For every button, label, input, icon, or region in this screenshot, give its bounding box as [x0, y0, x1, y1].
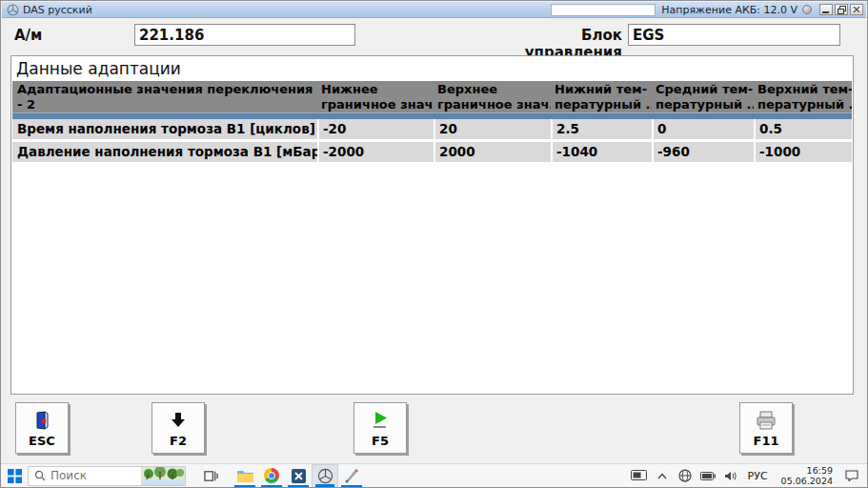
vehicle-ecu-bar: А/м 221.186 Блок управления EGS — [1, 24, 867, 47]
row-parameter-name: Время наполнения тормоза В1 [циклов] — [12, 119, 317, 139]
globe-icon — [678, 469, 692, 482]
mercedes-star-icon — [7, 4, 19, 16]
taskbar-clock[interactable]: 16:59 05.06.2024 — [776, 465, 838, 486]
paint-brush-icon — [344, 468, 359, 483]
column-header-lower-limit: Нижнее граничное знач... — [317, 82, 434, 112]
f5-label: F5 — [372, 434, 389, 448]
search-icon — [34, 470, 46, 481]
page-title: Данные адаптации — [11, 56, 853, 81]
restore-icon — [838, 6, 846, 14]
chrome-icon — [264, 468, 279, 483]
clock-time: 16:59 — [781, 465, 833, 476]
search-highlight-image[interactable] — [141, 466, 185, 486]
speaker-icon — [724, 471, 737, 481]
action-center-button[interactable] — [842, 464, 861, 488]
row-cell: -1040 — [551, 142, 652, 162]
chrome-button[interactable] — [258, 464, 285, 488]
minimize-button[interactable] — [819, 4, 833, 15]
row-cell: 0.5 — [754, 119, 852, 139]
adaptation-panel: Данные адаптации Адаптационные значения … — [10, 55, 854, 395]
language-indicator[interactable]: РУС — [744, 470, 772, 482]
row-cell: 2000 — [434, 142, 551, 162]
titlebar-field — [551, 4, 656, 16]
excel-icon — [292, 469, 306, 483]
column-header-parameter: Адаптационные значения переключения 3 - … — [12, 82, 317, 112]
start-button[interactable] — [1, 464, 28, 488]
f2-label: F2 — [170, 434, 187, 448]
control-unit-field[interactable]: EGS — [628, 24, 840, 46]
battery-voltage-status: Напряжение АКБ: 12.0 V — [661, 4, 797, 16]
windows-logo-icon — [8, 469, 22, 483]
paint-app-button[interactable] — [338, 464, 365, 488]
restore-button[interactable] — [835, 4, 848, 15]
clock-date: 05.06.2024 — [781, 476, 833, 486]
row-cell: -960 — [652, 142, 754, 162]
f11-button[interactable]: F11 — [739, 402, 793, 454]
chevron-up-icon — [657, 473, 667, 479]
display-tray-button[interactable] — [630, 464, 649, 488]
f11-label: F11 — [754, 434, 779, 448]
arrow-down-icon — [170, 411, 187, 428]
display-icon — [631, 470, 647, 482]
close-icon — [853, 6, 860, 13]
column-header-middle-temp: Средний тем- пературный ... — [652, 82, 754, 112]
function-key-bar: ESC F2 F5 F11 — [1, 402, 868, 458]
esc-button[interactable]: ESC — [15, 402, 69, 454]
file-explorer-button[interactable] — [232, 464, 258, 488]
window-title: DAS русский — [23, 4, 92, 16]
excel-button[interactable] — [285, 464, 312, 488]
notification-icon — [845, 470, 858, 481]
row-cell: 0 — [652, 119, 754, 139]
mercedes-star-icon — [317, 468, 333, 484]
titlebar: DAS русский Напряжение АКБ: 12.0 V — [2, 2, 866, 18]
esc-label: ESC — [29, 434, 55, 448]
network-tray-button[interactable] — [676, 464, 695, 488]
search-input[interactable] — [50, 469, 132, 482]
row-cell: -20 — [317, 119, 434, 139]
row-cell: 20 — [434, 119, 551, 139]
f5-button[interactable]: F5 — [353, 402, 407, 454]
column-header-lower-temp: Нижний тем- пературный ... — [551, 82, 652, 112]
adaptation-table: Адаптационные значения переключения 3 - … — [12, 81, 852, 162]
vehicle-model-field[interactable]: 221.186 — [134, 24, 355, 46]
column-header-upper-temp: Верхний тем- пературный ... — [754, 82, 852, 112]
tray-overflow-button[interactable] — [653, 464, 672, 488]
column-header-upper-limit: Верхнее граничное знач... — [434, 82, 551, 112]
vehicle-label: А/м — [14, 27, 42, 44]
das-app-button[interactable] — [312, 464, 338, 488]
row-cell: -2000 — [317, 142, 434, 162]
row-parameter-name: Давление наполнения тормоза В1 [мБар]: — [12, 142, 317, 162]
f2-button[interactable]: F2 — [151, 402, 205, 454]
volume-tray-button[interactable] — [721, 464, 740, 488]
system-tray: РУС 16:59 05.06.2024 — [630, 464, 868, 488]
table-row[interactable]: Время наполнения тормоза В1 [циклов] -20… — [12, 119, 852, 139]
task-view-button[interactable] — [197, 464, 224, 488]
battery-icon — [700, 472, 716, 480]
file-explorer-icon — [237, 469, 253, 482]
battery-tray-button[interactable] — [698, 464, 717, 488]
windows-taskbar: РУС 16:59 05.06.2024 — [1, 463, 868, 487]
printer-icon — [756, 411, 777, 430]
table-header-row: Адаптационные значения переключения 3 - … — [12, 81, 852, 112]
das-window: { "titlebar": { "app_title": "DAS русски… — [0, 0, 868, 488]
exit-door-icon — [32, 411, 51, 430]
start-run-icon — [370, 411, 391, 430]
row-cell: 2.5 — [551, 119, 652, 139]
taskbar-search[interactable] — [28, 466, 186, 486]
row-cell: -1000 — [754, 142, 852, 162]
selection-strip — [12, 112, 852, 119]
status-dot-icon — [802, 5, 812, 14]
table-row[interactable]: Давление наполнения тормоза В1 [мБар]: -… — [12, 142, 852, 162]
task-view-icon — [204, 469, 218, 483]
close-button[interactable] — [850, 4, 863, 15]
minimize-icon — [822, 6, 830, 13]
